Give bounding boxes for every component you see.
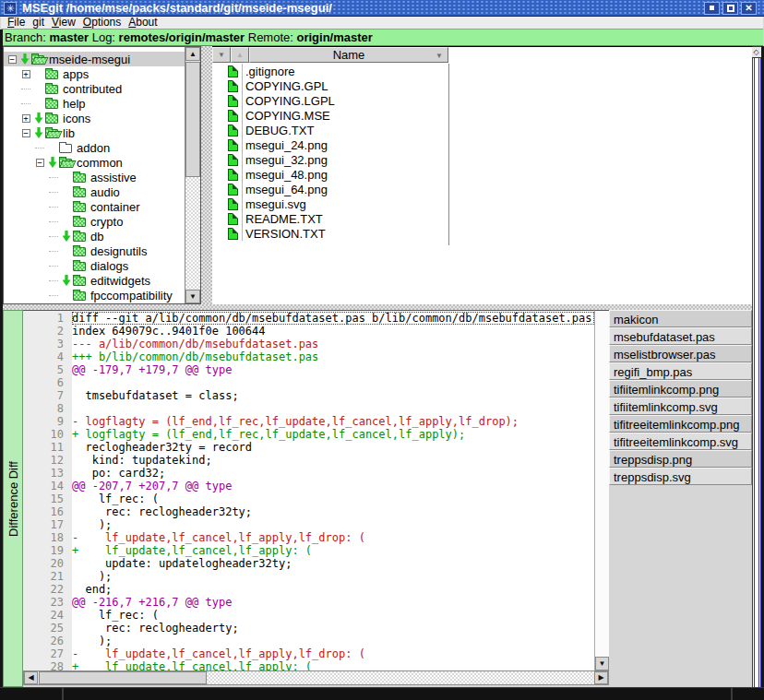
diff-line[interactable]: --- a/lib/common/db/msebufdataset.pas <box>72 338 594 350</box>
changed-file-regifi_bmp.pas[interactable]: regifi_bmp.pas <box>609 362 752 380</box>
tree-item-fpccompatibility[interactable]: fpccompatibility <box>4 288 185 303</box>
diff-line[interactable]: rec: reclogheader32ty; <box>72 505 594 518</box>
scroll-down-button[interactable]: ▼ <box>185 290 200 303</box>
tree-item-apps[interactable]: + apps <box>4 66 185 81</box>
file-item-VERSION.TXT[interactable]: VERSION.TXT <box>212 226 335 241</box>
changed-file-treppsdisp.svg[interactable]: treppsdisp.svg <box>609 468 752 485</box>
file-item-msegui_64.png[interactable]: msegui_64.png <box>212 182 335 196</box>
expand-toggle-icon[interactable]: + <box>22 114 30 123</box>
diff-line[interactable]: diff --git a/lib/common/db/msebufdataset… <box>72 312 594 325</box>
changed-file-tifiitemlinkcomp.svg[interactable]: tifiitemlinkcomp.svg <box>609 397 752 415</box>
changed-file-msebufdataset.pas[interactable]: msebufdataset.pas <box>609 327 752 345</box>
diff-line[interactable]: - lf_update,lf_cancel,lf_apply,lf_drop: … <box>72 647 594 660</box>
sort-asc-header-cell[interactable]: ▲ <box>231 47 249 63</box>
diff-line[interactable]: ); <box>72 570 594 583</box>
file-item-COPYING.LGPL[interactable]: COPYING.LGPL <box>212 93 335 108</box>
diff-line[interactable]: + lf_update,lf_cancel,lf_apply: ( <box>72 660 594 670</box>
file-item-msegui_32.png[interactable]: msegui_32.png <box>212 152 335 167</box>
changed-file-tifitreeitemlinkcomp.png[interactable]: tifitreeitemlinkcomp.png <box>609 415 752 433</box>
tree-item-designutils[interactable]: designutils <box>4 243 185 258</box>
name-column-header[interactable]: Name ▼ <box>249 47 448 63</box>
diff-line[interactable]: tmsebufdataset = class; <box>72 389 594 402</box>
diff-line[interactable]: kind: tupdatekind; <box>72 454 594 467</box>
diff-horizontal-scrollbar[interactable]: ◀ ▶ <box>23 670 609 685</box>
collapse-toggle-icon[interactable]: − <box>22 129 30 137</box>
scroll-down-button[interactable]: ▼ <box>595 657 609 670</box>
changed-file-tifiitemlinkcomp.png[interactable]: tifiitemlinkcomp.png <box>609 380 752 397</box>
tree-item-common[interactable]: − common <box>4 155 185 170</box>
diff-line[interactable]: - logflagty = (lf_end,lf_rec,lf_update,l… <box>72 415 594 428</box>
changed-file-treppsdisp.png[interactable]: treppsdisp.png <box>609 450 752 468</box>
diff-line[interactable]: index 649079c..9401f0e 100644 <box>72 325 594 338</box>
diff-line[interactable]: @@ -207,7 +207,7 @@ type <box>72 480 594 492</box>
diff-line[interactable]: ); <box>72 635 594 647</box>
tree-item-editwidgets[interactable]: editwidgets <box>4 273 185 288</box>
tree-scrollbar[interactable]: ▲ ▼ <box>185 47 200 303</box>
diff-text-area[interactable]: diff --git a/lib/common/db/msebufdataset… <box>72 310 594 670</box>
diff-vertical-scrollbar[interactable]: ▼ <box>594 310 609 670</box>
diff-line[interactable]: ); <box>72 518 594 531</box>
menu-item-about[interactable]: About <box>125 17 161 29</box>
file-item-COPYING.MSE[interactable]: COPYING.MSE <box>212 108 335 123</box>
scrollbar-track[interactable] <box>207 671 593 684</box>
menu-item-git[interactable]: git <box>29 17 48 29</box>
diff-line[interactable] <box>72 402 594 415</box>
tree-item-db[interactable]: db <box>4 229 185 243</box>
diff-line[interactable]: @@ -179,7 +179,7 @@ type <box>72 363 594 376</box>
vertical-splitter[interactable] <box>201 46 212 304</box>
diff-line[interactable]: @@ -216,7 +216,7 @@ type <box>72 596 594 609</box>
title-bar[interactable]: ✳ MSEgit /home/mse/packs/standard/git/ms… <box>0 0 764 17</box>
difference-diff-tab[interactable]: Difference Diff <box>3 310 23 687</box>
diff-line[interactable]: - lf_update,lf_cancel,lf_apply,lf_drop: … <box>72 531 594 544</box>
file-item-DEBUG.TXT[interactable]: DEBUG.TXT <box>212 123 335 137</box>
collapse-toggle-icon[interactable]: − <box>36 159 44 167</box>
diff-line[interactable]: + logflagty = (lf_end,lf_rec,lf_update,l… <box>72 428 594 441</box>
scroll-up-button[interactable]: ▲ <box>185 47 200 61</box>
expand-toggle-icon[interactable]: + <box>22 70 30 78</box>
close-button[interactable]: ✕ <box>741 2 757 15</box>
menu-item-file[interactable]: File <box>4 17 29 29</box>
tree-item-dialogs[interactable]: dialogs <box>4 258 185 273</box>
changed-file-mselistbrowser.pas[interactable]: mselistbrowser.pas <box>609 345 752 362</box>
diff-line[interactable]: lf_rec: ( <box>72 609 594 622</box>
diff-line[interactable]: reclogheader32ty = record <box>72 441 594 454</box>
sort-desc-header-cell[interactable]: ▼ <box>212 47 231 63</box>
collapse-toggle-icon[interactable]: − <box>8 55 17 64</box>
file-item-.gitignore[interactable]: .gitignore <box>212 64 335 78</box>
menu-item-view[interactable]: View <box>48 17 79 29</box>
file-item-COPYING.GPL[interactable]: COPYING.GPL <box>212 78 335 93</box>
diff-line[interactable]: + lf_update,lf_cancel,lf_apply: ( <box>72 544 594 557</box>
tree-item-help[interactable]: help <box>4 96 185 111</box>
tree-item-mseide-msegui[interactable]: − mseide-msegui <box>4 52 185 66</box>
scroll-left-button[interactable]: ◀ <box>24 671 38 684</box>
changed-file-tifitreeitemlinkcomp.svg[interactable]: tifitreeitemlinkcomp.svg <box>609 433 752 450</box>
diff-line[interactable] <box>72 376 594 389</box>
minimize-button[interactable] <box>704 2 720 15</box>
maximize-button[interactable] <box>722 2 738 15</box>
file-item-msegui_24.png[interactable]: msegui_24.png <box>212 137 335 152</box>
diff-line[interactable]: update: updatelogheader32ty; <box>72 557 594 570</box>
tree-item-label: fpccompatibility <box>90 289 173 303</box>
diff-line[interactable]: +++ b/lib/common/db/msebufdataset.pas <box>72 350 594 363</box>
tree-item-assistive[interactable]: assistive <box>4 170 185 184</box>
file-item-msegui_48.png[interactable]: msegui_48.png <box>212 167 335 182</box>
tree-item-container[interactable]: container <box>4 199 185 214</box>
tree-item-addon[interactable]: addon <box>4 140 185 155</box>
changed-file-makicon[interactable]: makicon <box>609 310 752 327</box>
diff-line[interactable]: po: card32; <box>72 467 594 480</box>
tree-item-contributed[interactable]: contributed <box>4 81 185 96</box>
scrollbar-track[interactable] <box>185 177 200 289</box>
diff-line[interactable]: rec: reclogheaderty; <box>72 622 594 635</box>
scroll-right-button[interactable]: ▶ <box>594 671 608 684</box>
tree-item-lib[interactable]: − lib <box>4 125 185 140</box>
tree-item-audio[interactable]: audio <box>4 184 185 199</box>
tree-item-icons[interactable]: + icons <box>4 111 185 125</box>
diff-line[interactable]: lf_rec: ( <box>72 492 594 505</box>
file-item-msegui.svg[interactable]: msegui.svg <box>212 196 335 211</box>
menu-item-options[interactable]: Options <box>79 17 125 29</box>
scrollbar-thumb[interactable] <box>39 671 207 684</box>
tree-item-crypto[interactable]: crypto <box>4 214 185 229</box>
diff-line[interactable]: end; <box>72 583 594 596</box>
scrollbar-thumb[interactable] <box>185 62 200 177</box>
file-item-README.TXT[interactable]: README.TXT <box>212 211 335 226</box>
